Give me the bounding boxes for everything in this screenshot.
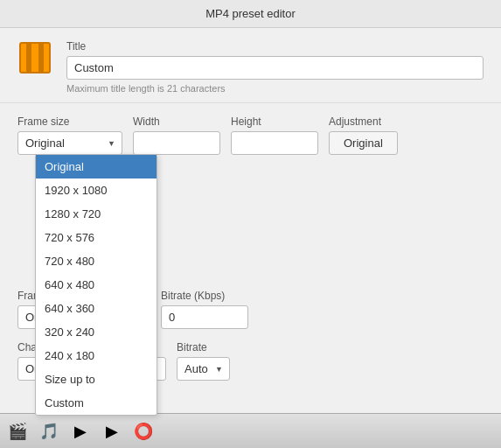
title-hint: Maximum title length is 21 characters bbox=[66, 83, 484, 94]
height-label: Height bbox=[231, 116, 318, 128]
taskbar-icon-2[interactable]: 🎵 bbox=[35, 417, 63, 445]
taskbar-icon-4[interactable]: ▶ bbox=[98, 417, 126, 445]
dialog-title: MP4 preset editor bbox=[205, 7, 296, 20]
dropdown-item-1920[interactable]: 1920 x 1080 bbox=[36, 178, 157, 202]
adjustment-label: Adjustment bbox=[329, 116, 398, 128]
bitrate-kbps-input[interactable] bbox=[161, 305, 248, 329]
dropdown-item-640x480[interactable]: 640 x 480 bbox=[36, 273, 157, 297]
title-label: Title bbox=[66, 40, 484, 52]
dropdown-item-240x180[interactable]: 240 x 180 bbox=[36, 344, 157, 368]
film-icon bbox=[19, 42, 51, 74]
frame-size-select-wrapper: Original bbox=[17, 131, 122, 155]
width-label: Width bbox=[133, 116, 220, 128]
height-input[interactable] bbox=[231, 131, 318, 155]
dropdown-item-original[interactable]: Original bbox=[36, 155, 157, 178]
width-group: Width bbox=[133, 116, 220, 155]
dropdown-item-720x576[interactable]: 720 x 576 bbox=[36, 226, 157, 249]
bitrate-auto-select-wrapper: Auto bbox=[177, 357, 230, 381]
frame-size-select[interactable]: Original bbox=[17, 131, 122, 155]
frame-size-label: Frame size bbox=[17, 116, 122, 128]
title-field-group: Title Maximum title length is 21 charact… bbox=[66, 40, 484, 94]
bitrate-kbps-label: Bitrate (Kbps) bbox=[161, 290, 248, 302]
taskbar-icon-5[interactable]: ⭕ bbox=[129, 417, 157, 445]
bitrate-kbps-group: Bitrate (Kbps) bbox=[161, 290, 248, 329]
dropdown-item-720x480[interactable]: 720 x 480 bbox=[36, 249, 157, 273]
bitrate-group: Bitrate Auto bbox=[177, 341, 230, 381]
dropdown-item-size-up-to[interactable]: Size up to bbox=[36, 368, 157, 391]
icon-title-section: Title Maximum title length is 21 charact… bbox=[0, 28, 501, 103]
adjustment-button[interactable]: Original bbox=[329, 131, 398, 155]
height-group: Height bbox=[231, 116, 318, 155]
frame-size-group: Frame size Original Original 1920 x 1080… bbox=[17, 116, 122, 155]
adjustment-group: Adjustment Original bbox=[329, 116, 398, 155]
dropdown-item-640x360[interactable]: 640 x 360 bbox=[36, 297, 157, 320]
dropdown-item-custom[interactable]: Custom bbox=[36, 391, 157, 415]
width-input[interactable] bbox=[133, 131, 220, 155]
title-input[interactable] bbox=[66, 56, 484, 80]
taskbar: 🎬 🎵 ▶ ▶ ⭕ bbox=[0, 413, 501, 448]
dialog: MP4 preset editor Title Maximum title le… bbox=[0, 0, 501, 448]
taskbar-icon-1[interactable]: 🎬 bbox=[3, 417, 31, 445]
dropdown-item-1280[interactable]: 1280 x 720 bbox=[36, 202, 157, 226]
bitrate-label: Bitrate bbox=[177, 341, 230, 354]
title-bar: MP4 preset editor bbox=[0, 0, 501, 28]
main-content: Frame size Original Original 1920 x 1080… bbox=[0, 103, 501, 405]
icon-box bbox=[17, 40, 52, 75]
frame-size-dropdown: Original 1920 x 1080 1280 x 720 720 x 57… bbox=[35, 154, 157, 416]
row-frame-size: Frame size Original Original 1920 x 1080… bbox=[17, 116, 484, 155]
bitrate-auto-select[interactable]: Auto bbox=[177, 357, 230, 381]
taskbar-icon-3[interactable]: ▶ bbox=[66, 417, 94, 445]
dropdown-item-320x240[interactable]: 320 x 240 bbox=[36, 320, 157, 344]
